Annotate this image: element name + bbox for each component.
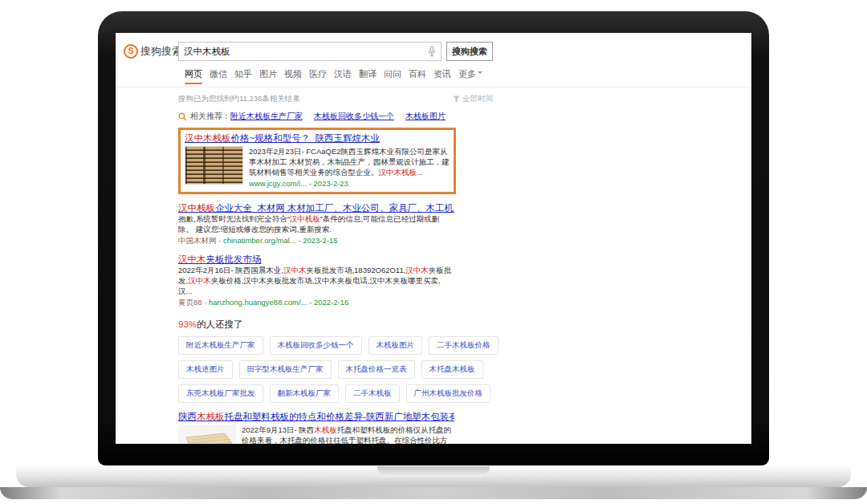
search-button[interactable]: 搜狗搜索 — [446, 42, 493, 61]
also-searched-heading-text: 的人还搜了 — [197, 319, 243, 329]
result-snippet: 抱歉,系统暂时无法找到完全符合“汉中栈板”条件的信息,可能信息已经过期或删除。 … — [178, 213, 454, 234]
related-search-chip[interactable]: 木托盘木栈板 — [421, 360, 483, 379]
tab-translate[interactable]: 翻译 — [359, 68, 377, 84]
search-result-featured: 汉中木栈板价格~规格和型号？_陕西玉辉煌木业 2023年2月23日- FCAaQ… — [178, 128, 456, 194]
search-magnifier-icon — [178, 112, 187, 121]
laptop-screen: S 搜狗搜索 搜 — [116, 33, 751, 444]
laptop-frame: S 搜狗搜索 搜 — [98, 11, 769, 465]
search-result: 汉中木夹板批发市场 2022年2月16日- 陕西国晨木业,汉中木夹板批发市场,1… — [178, 254, 454, 307]
related-search-chip[interactable]: 木栈板图片 — [368, 336, 423, 355]
chevron-down-icon — [478, 71, 482, 76]
tab-more-label: 更多 — [458, 69, 476, 79]
result-url: 中国木材网 - chinatimber.org/mal... - 2023-2-… — [178, 235, 454, 246]
time-filter-label: 全部时间 — [462, 94, 493, 104]
results-column: 陕西木栈板托盘和塑料栈板的特点和价格差异-陕西新广地塑木包装有... — [178, 411, 454, 444]
search-input[interactable] — [179, 47, 428, 56]
result-body: 2022年9月13日- 陕西木栈板托盘和塑料栈板的价格仅从托盘的价格来看，木托盘… — [178, 425, 454, 444]
tab-wenwen[interactable]: 问问 — [384, 68, 401, 84]
results-meta-row: 搜狗已为您找到约11,236条相关结果 全部时间 — [178, 94, 493, 104]
related-search-chip[interactable]: 翻新木栈板厂家 — [270, 384, 340, 403]
sogou-logo-icon: S — [124, 44, 138, 59]
laptop-base — [16, 466, 851, 487]
related-search-chip[interactable]: 木栈道图片 — [178, 360, 233, 379]
result-url: 黄页88 - hanzhong.huangye88.com/... - 2022… — [178, 297, 454, 307]
also-searched-row: 附近木栈板生产厂家 木栈板回收多少钱一个 木栈板图片 二手木栈板价格 — [178, 336, 751, 355]
tab-medical[interactable]: 医疗 — [309, 68, 327, 84]
related-link[interactable]: 木栈板回收多少钱一个 — [314, 111, 394, 122]
related-link[interactable]: 附近木栈板生产厂家 — [230, 111, 303, 122]
search-result: 汉中栈板企业大全_木材网 木材加工厂、木业公司、家具厂、木工机... 抱歉,系统… — [178, 202, 454, 246]
sogou-logo[interactable]: S 搜狗搜索 — [124, 44, 178, 59]
related-search-chip[interactable]: 东莞木栈板厂家批发 — [178, 384, 263, 403]
also-searched-row: 木栈道图片 田字型木栈板生产厂家 木托盘价格一览表 木托盘木栈板 — [178, 360, 751, 379]
time-filter[interactable]: 全部时间 — [453, 94, 493, 104]
related-recommend-label: 相关推荐： — [190, 111, 230, 122]
related-search-chip[interactable]: 二手木栈板价格 — [429, 336, 499, 355]
result-title-link[interactable]: 汉中木栈板价格~规格和型号？_陕西玉辉煌木业 — [185, 132, 450, 144]
result-title-link[interactable]: 汉中木夹板批发市场 — [178, 254, 454, 265]
result-snippet: 2023年2月23日- FCAaQE2陕西玉辉煌木业有限公司是家从事木材加工 木… — [249, 146, 450, 177]
result-title-link[interactable]: 陕西木栈板托盘和塑料栈板的特点和价格差异-陕西新广地塑木包装有... — [178, 411, 454, 422]
sogou-logo-text: 搜狗搜索 — [140, 45, 182, 59]
related-link[interactable]: 木栈板图片 — [405, 111, 446, 122]
tab-zhihu[interactable]: 知乎 — [234, 68, 252, 84]
tab-weixin[interactable]: 微信 — [210, 68, 227, 84]
related-search-chip[interactable]: 木栈板回收多少钱一个 — [270, 336, 362, 355]
screenshot-stage: S 搜狗搜索 搜 — [0, 0, 867, 504]
result-snippet: 2022年2月16日- 陕西国晨木业,汉中木夹板批发市场,18392O62O11… — [178, 265, 454, 296]
result-thumbnail-pallet-stacks[interactable] — [185, 146, 243, 185]
also-searched-percent: 93% — [178, 319, 197, 329]
tab-more[interactable]: 更多 — [458, 68, 482, 84]
result-url: www.jcgy.com/i... - 2023-2-23 — [249, 178, 450, 189]
also-searched-row: 东莞木栈板厂家批发 翻新木栈板厂家 二手木栈板 广州木栈板批发价格 — [178, 384, 751, 403]
related-recommend-row: 相关推荐： 附近木栈板生产厂家 木栈板回收多少钱一个 木栈板图片 — [178, 111, 751, 122]
result-thumbnail-wood-pallet[interactable] — [178, 425, 236, 444]
tab-baike[interactable]: 百科 — [409, 68, 426, 84]
results-column: 汉中木栈板价格~规格和型号？_陕西玉辉煌木业 2023年2月23日- FCAaQ… — [178, 128, 454, 307]
tab-news[interactable]: 资讯 — [434, 68, 451, 84]
tab-images[interactable]: 图片 — [259, 68, 277, 84]
related-search-chip[interactable]: 田字型木栈板生产厂家 — [239, 360, 332, 379]
result-body: 2023年2月23日- FCAaQE2陕西玉辉煌木业有限公司是家从事木材加工 木… — [185, 146, 450, 189]
related-search-chip[interactable]: 附近木栈板生产厂家 — [178, 336, 263, 355]
search-result: 陕西木栈板托盘和塑料栈板的特点和价格差异-陕西新广地塑木包装有... — [178, 411, 454, 444]
tabs-divider — [116, 87, 751, 87]
laptop-lid-notch — [377, 466, 490, 477]
tab-video[interactable]: 视频 — [284, 68, 302, 84]
sogou-search-page: S 搜狗搜索 搜 — [116, 33, 751, 444]
result-snippet: 2022年9月13日- 陕西木栈板托盘和塑料栈板的价格仅从托盘的价格来看，木托盘… — [242, 425, 454, 444]
search-box — [178, 42, 442, 61]
result-title-link[interactable]: 汉中栈板企业大全_木材网 木材加工厂、木业公司、家具厂、木工机... — [178, 202, 454, 213]
vertical-tabs: 网页 微信 知乎 图片 视频 医疗 汉语 翻译 问问 百科 资讯 更多 — [185, 68, 751, 84]
also-searched-heading: 93%的人还搜了 — [178, 319, 751, 331]
tab-chinese[interactable]: 汉语 — [334, 68, 352, 84]
search-header: S 搜狗搜索 搜 — [116, 33, 751, 61]
filter-funnel-icon — [453, 96, 460, 103]
related-search-chip[interactable]: 广州木栈板批发价格 — [406, 384, 491, 403]
laptop-base-edge — [0, 487, 867, 499]
related-search-chip[interactable]: 木托盘价格一览表 — [338, 360, 415, 379]
results-count-text: 搜狗已为您找到约11,236条相关结果 — [178, 94, 300, 104]
microphone-icon[interactable] — [428, 46, 436, 57]
related-search-chip[interactable]: 二手木栈板 — [345, 384, 400, 403]
tab-webpage[interactable]: 网页 — [185, 68, 202, 84]
